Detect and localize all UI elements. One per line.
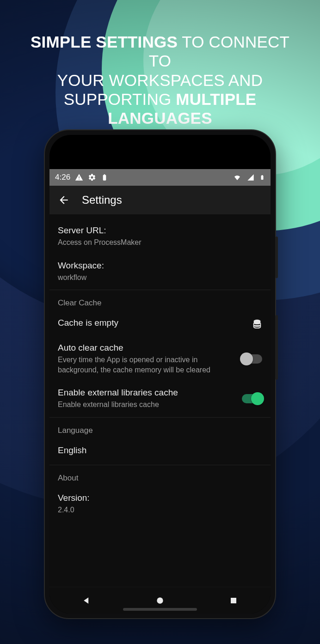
screen: 4:26 <box>49 169 271 614</box>
auto-clear-cache-desc: Every time the App is opened or inactive… <box>58 355 234 375</box>
settings-content[interactable]: Server URL: Access on ProcessMaker Works… <box>49 214 271 587</box>
workspace-value: workflow <box>58 273 262 283</box>
phone-side-button <box>275 237 278 278</box>
workspace-label: Workspace: <box>58 261 262 271</box>
language-row[interactable]: English <box>49 439 271 464</box>
divider <box>49 290 271 290</box>
nav-home-button[interactable] <box>154 595 166 607</box>
version-value: 2.4.0 <box>58 505 262 515</box>
server-url-row[interactable]: Server URL: Access on ProcessMaker <box>49 219 271 254</box>
gear-icon <box>88 173 96 182</box>
back-button[interactable] <box>58 194 70 206</box>
workspace-row[interactable]: Workspace: workflow <box>49 254 271 289</box>
status-bar: 4:26 <box>49 169 271 186</box>
headline-line3a: SUPPORTING <box>64 90 176 108</box>
divider <box>49 465 271 465</box>
nav-back-button[interactable] <box>80 595 92 607</box>
external-cache-label: Enable external libraries cache <box>58 388 234 398</box>
headline-bold-1: SIMPLE SETTINGS <box>31 33 178 51</box>
cache-empty-row[interactable]: Cache is empty <box>49 311 271 336</box>
auto-clear-cache-label: Auto clear cache <box>58 343 234 353</box>
signal-icon <box>246 174 255 181</box>
phone-frame: 4:26 <box>44 129 276 619</box>
about-group: About <box>49 466 271 486</box>
cache-empty-label: Cache is empty <box>58 318 245 328</box>
nav-recent-button[interactable] <box>228 595 240 607</box>
server-url-value: Access on ProcessMaker <box>58 237 262 248</box>
version-row[interactable]: Version: 2.4.0 <box>49 486 271 522</box>
battery-icon <box>259 173 265 182</box>
promo-headline: SIMPLE SETTINGS TO CONNECT TO YOUR WORKS… <box>0 0 320 128</box>
external-cache-desc: Enable external libraries cache <box>58 400 234 410</box>
external-cache-row[interactable]: Enable external libraries cache Enable e… <box>49 381 271 416</box>
warning-icon <box>75 173 83 182</box>
server-url-label: Server URL: <box>58 225 262 236</box>
divider <box>49 417 271 418</box>
version-label: Version: <box>58 493 262 503</box>
headline-bold-2: MULTIPLE <box>176 90 256 108</box>
page-title: Settings <box>82 194 122 207</box>
home-indicator <box>123 608 197 611</box>
headline-bold-3: LANGUAGES <box>108 109 212 127</box>
status-time: 4:26 <box>55 173 70 182</box>
svg-rect-2 <box>231 598 236 603</box>
external-cache-toggle[interactable] <box>242 394 262 403</box>
language-value: English <box>58 445 262 456</box>
app-bar: Settings <box>49 186 271 214</box>
language-group: Language <box>49 419 271 439</box>
battery-saver-icon <box>101 173 108 182</box>
clear-cache-group: Clear Cache <box>49 291 271 311</box>
phone-side-button <box>275 315 278 380</box>
auto-clear-cache-row[interactable]: Auto clear cache Every time the App is o… <box>49 336 271 381</box>
headline-line2: YOUR WORKSPACES AND <box>57 71 263 89</box>
wifi-icon <box>233 174 242 181</box>
svg-point-1 <box>157 597 163 603</box>
auto-clear-cache-toggle[interactable] <box>242 354 262 364</box>
database-icon <box>252 319 262 329</box>
